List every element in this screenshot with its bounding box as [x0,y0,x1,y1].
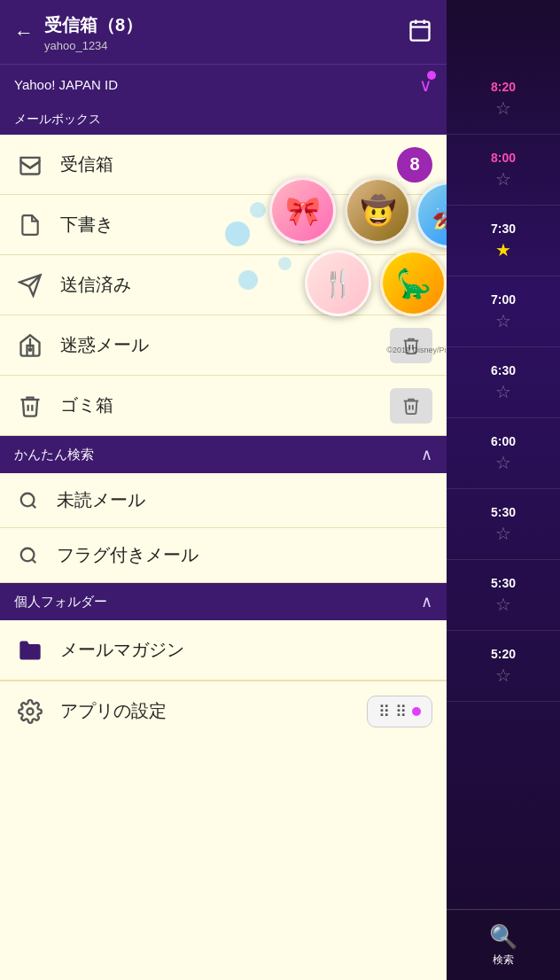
time-label-5: 6:30 [491,363,516,377]
menu-item-drafts[interactable]: 下書き 🎀 🤠 🚀 🍴 🦕 ©2019 Disney/Pixa [0,195,447,255]
svg-point-12 [27,708,34,714]
personal-folders-chevron-icon: ∧ [421,592,432,611]
personal-folders-label: 個人フォルダー [14,594,107,611]
svg-point-7 [29,348,31,350]
time-label-3: 7:30 [491,222,516,236]
search-label: 検索 [493,953,514,968]
inbox-badge: 8 [397,147,432,183]
svg-point-10 [21,548,35,561]
time-label-9: 5:20 [491,647,516,661]
yahoo-id-row[interactable]: Yahoo! JAPAN ID ∨ [0,64,447,105]
settings-label: アプリの設定 [60,699,367,723]
star-9: ☆ [495,665,511,686]
time-item-7[interactable]: 5:30 ☆ [447,489,560,560]
time-label-2: 8:00 [491,151,516,165]
svg-line-11 [32,559,35,563]
settings-badge-icon-2: ⠿ [395,702,407,721]
star-7: ☆ [495,523,511,544]
drawer: ← 受信箱（8） yahoo_1234 Yahoo! JAPAN ID ∨ メー… [0,0,447,980]
right-panel: 8:20 ☆ 8:00 ☆ 7:30 ★ 7:00 ☆ 6:30 ☆ 6:00 … [447,64,560,909]
bottom-search-bar[interactable]: 🔍 検索 [447,909,560,980]
yahoo-id-label: Yahoo! JAPAN ID [14,77,118,92]
settings-row[interactable]: アプリの設定 ⠿ ⠿ [0,681,447,741]
header-text: 受信箱（8） yahoo_1234 [44,13,397,52]
search-item-flagged[interactable]: フラグ付きメール [0,528,447,583]
search-unread-icon [14,486,43,515]
time-item-8[interactable]: 5:30 ☆ [447,560,560,631]
flagged-label: フラグ付きメール [57,543,432,567]
time-item-2[interactable]: 8:00 ☆ [447,135,560,206]
quick-search-header[interactable]: かんたん検索 ∧ [0,436,447,473]
magazine-label: メールマガジン [60,638,432,662]
mailbox-section-header: メールボックス [0,105,447,135]
star-4: ☆ [495,310,511,331]
back-button[interactable]: ← [14,21,34,44]
trash-label: ゴミ箱 [60,393,390,417]
search-flagged-icon [14,541,43,570]
time-item-9[interactable]: 5:20 ☆ [447,631,560,702]
search-icon: 🔍 [489,923,517,951]
star-3: ★ [495,239,511,261]
search-item-unread[interactable]: 未読メール [0,473,447,528]
time-label-4: 7:00 [491,292,516,307]
time-item-3[interactable]: 7:30 ★ [447,206,560,276]
spam-trash-button[interactable] [390,328,432,363]
settings-badge-dot [412,707,421,716]
menu-area: 受信箱 8 下書き 🎀 � [0,135,447,980]
time-label-8: 5:30 [491,576,516,590]
magazine-icon [14,634,46,666]
header-subtitle: yahoo_1234 [44,39,397,52]
yahoo-id-chevron-icon: ∨ [419,74,432,96]
menu-item-spam[interactable]: 迷惑メール [0,315,447,376]
unread-label: 未読メール [57,488,432,512]
time-item-1[interactable]: 8:20 ☆ [447,64,560,135]
trash-trash-button[interactable] [390,388,432,424]
notification-dot [427,71,436,80]
star-1: ☆ [495,97,511,119]
calendar-icon[interactable] [408,18,432,48]
sent-label: 送信済み [60,273,432,297]
settings-icon [14,696,46,727]
header: ← 受信箱（8） yahoo_1234 [0,0,447,64]
settings-badge: ⠿ ⠿ [367,696,432,727]
drafts-icon [14,209,46,241]
time-label-7: 5:30 [491,505,516,519]
star-8: ☆ [495,594,511,615]
spam-label: 迷惑メール [60,333,390,357]
time-item-5[interactable]: 6:30 ☆ [447,347,560,418]
quick-search-label: かんたん検索 [14,447,94,463]
svg-rect-0 [411,22,430,41]
inbox-icon [14,149,46,181]
menu-item-trash[interactable]: ゴミ箱 [0,376,447,436]
time-item-6[interactable]: 6:00 ☆ [447,418,560,489]
svg-point-8 [21,493,35,506]
inbox-label: 受信箱 [60,152,397,176]
drafts-label: 下書き [60,213,432,237]
mailbox-section-label: メールボックス [14,112,101,126]
menu-item-sent[interactable]: 送信済み [0,255,447,315]
spam-icon [14,330,46,362]
trash-icon [14,390,46,422]
settings-badge-icon: ⠿ [378,702,390,721]
star-2: ☆ [495,168,511,190]
personal-folders-header[interactable]: 個人フォルダー ∧ [0,583,447,620]
quick-search-chevron-icon: ∧ [421,445,432,464]
time-label-1: 8:20 [491,80,516,94]
header-title: 受信箱（8） [44,13,397,37]
svg-line-9 [32,504,35,508]
star-6: ☆ [495,452,511,473]
menu-item-magazine[interactable]: メールマガジン [0,620,447,681]
star-5: ☆ [495,381,511,402]
time-item-4[interactable]: 7:00 ☆ [447,276,560,347]
menu-item-inbox[interactable]: 受信箱 8 [0,135,447,195]
sent-icon [14,269,46,301]
time-label-6: 6:00 [491,434,516,448]
